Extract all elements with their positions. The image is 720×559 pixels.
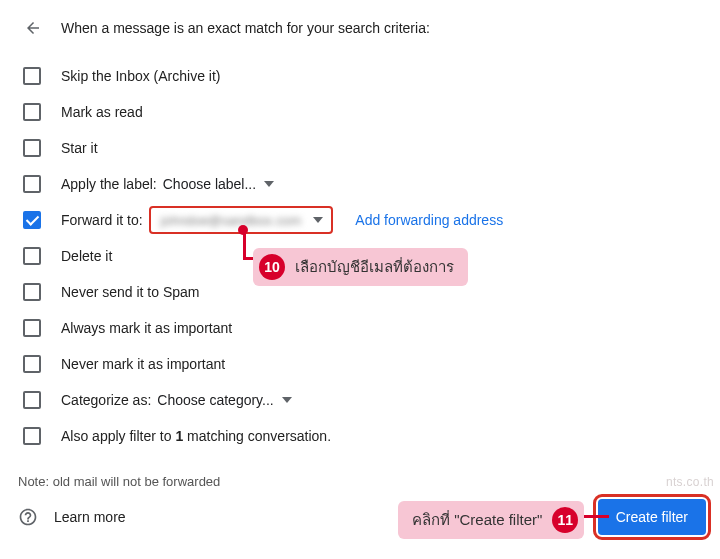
- categorize-select-text: Choose category...: [157, 392, 273, 408]
- label-never-spam: Never send it to Spam: [61, 284, 200, 300]
- apply-label-select[interactable]: Choose label...: [163, 176, 274, 192]
- forward-note-text: Note: old mail will not be forwarded: [0, 454, 720, 489]
- option-skip-inbox[interactable]: Skip the Inbox (Archive it): [0, 58, 720, 94]
- checkbox-delete-it[interactable]: [23, 247, 41, 265]
- option-always-important[interactable]: Always mark it as important: [0, 310, 720, 346]
- label-delete-it: Delete it: [61, 248, 112, 264]
- callout-11-badge: 11: [552, 507, 578, 533]
- callout-10: 10 เลือกบัญชีอีเมลที่ต้องการ: [253, 248, 468, 286]
- checkbox-skip-inbox[interactable]: [23, 67, 41, 85]
- checkbox-never-spam[interactable]: [23, 283, 41, 301]
- apply-label-select-text: Choose label...: [163, 176, 256, 192]
- option-apply-label[interactable]: Apply the label: Choose label...: [0, 166, 720, 202]
- label-always-important: Always mark it as important: [61, 320, 232, 336]
- option-also-apply[interactable]: Also apply filter to 1 matching conversa…: [0, 418, 720, 454]
- checkbox-also-apply[interactable]: [23, 427, 41, 445]
- back-arrow-icon[interactable]: [23, 18, 43, 38]
- option-categorize-as[interactable]: Categorize as: Choose category...: [0, 382, 720, 418]
- watermark-text: nts.co.th: [666, 475, 714, 489]
- callout-11: คลิกที่ "Create filter" 11: [398, 501, 584, 539]
- help-icon[interactable]: [18, 507, 38, 527]
- label-never-important: Never mark it as important: [61, 356, 225, 372]
- checkbox-star-it[interactable]: [23, 139, 41, 157]
- option-forward-to[interactable]: Forward it to: johndoe@sandbox.com Add f…: [0, 202, 720, 238]
- callout-10-badge: 10: [259, 254, 285, 280]
- learn-more-link[interactable]: Learn more: [54, 509, 126, 525]
- callout-11-text: คลิกที่ "Create filter": [412, 508, 542, 532]
- forward-address-value: johndoe@sandbox.com: [161, 213, 302, 228]
- checkbox-forward-to[interactable]: [23, 211, 41, 229]
- checkbox-never-important[interactable]: [23, 355, 41, 373]
- label-apply-label: Apply the label:: [61, 176, 157, 192]
- chevron-down-icon: [264, 181, 274, 187]
- chevron-down-icon: [313, 217, 323, 223]
- option-never-important[interactable]: Never mark it as important: [0, 346, 720, 382]
- label-mark-read: Mark as read: [61, 104, 143, 120]
- categorize-select[interactable]: Choose category...: [157, 392, 291, 408]
- checkbox-mark-read[interactable]: [23, 103, 41, 121]
- label-star-it: Star it: [61, 140, 98, 156]
- label-skip-inbox: Skip the Inbox (Archive it): [61, 68, 221, 84]
- filter-header-text: When a message is an exact match for you…: [61, 20, 430, 36]
- create-filter-button[interactable]: Create filter: [598, 499, 706, 535]
- option-star-it[interactable]: Star it: [0, 130, 720, 166]
- also-apply-post: matching conversation.: [183, 428, 331, 444]
- callout-10-text: เลือกบัญชีอีเมลที่ต้องการ: [295, 255, 454, 279]
- checkbox-categorize-as[interactable]: [23, 391, 41, 409]
- also-apply-pre: Also apply filter to: [61, 428, 175, 444]
- chevron-down-icon: [282, 397, 292, 403]
- label-categorize-as: Categorize as:: [61, 392, 151, 408]
- option-mark-read[interactable]: Mark as read: [0, 94, 720, 130]
- label-also-apply: Also apply filter to 1 matching conversa…: [61, 428, 331, 444]
- checkbox-apply-label[interactable]: [23, 175, 41, 193]
- add-forwarding-link[interactable]: Add forwarding address: [355, 212, 503, 228]
- label-forward-to: Forward it to:: [61, 212, 143, 228]
- checkbox-always-important[interactable]: [23, 319, 41, 337]
